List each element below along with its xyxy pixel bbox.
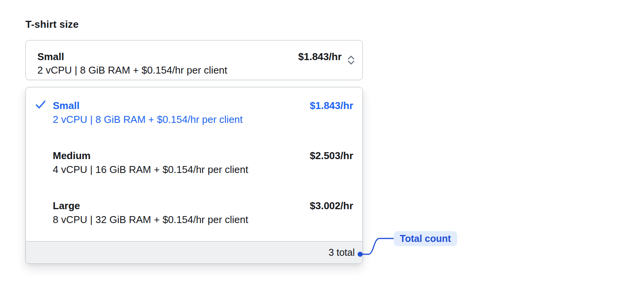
- selected-option-summary: Small 2 vCPU | 8 GiB RAM + $0.154/hr per…: [37, 50, 227, 77]
- check-icon: [35, 100, 46, 109]
- option-description: 4 vCPU | 16 GiB RAM + $0.154/hr per clie…: [53, 163, 353, 176]
- selected-option-description: 2 vCPU | 8 GiB RAM + $0.154/hr per clien…: [37, 64, 227, 77]
- option-name: Small: [53, 99, 79, 112]
- page: T-shirt size Small 2 vCPU | 8 GiB RAM + …: [0, 0, 644, 292]
- dropdown-footer: 3 total: [26, 241, 362, 263]
- option-price: $3.002/hr: [310, 199, 353, 213]
- option-price: $1.843/hr: [310, 99, 353, 112]
- option-price: $2.503/hr: [310, 149, 353, 163]
- annotation-label: Total count: [394, 231, 457, 246]
- option-description: 2 vCPU | 8 GiB RAM + $0.154/hr per clien…: [53, 112, 353, 126]
- option-medium[interactable]: Medium $2.503/hr 4 vCPU | 16 GiB RAM + $…: [26, 138, 362, 188]
- selected-option-name: Small: [37, 50, 227, 64]
- option-large[interactable]: Large $3.002/hr 8 vCPU | 32 GiB RAM + $0…: [26, 188, 362, 238]
- annotation-dot-connector: [356, 228, 395, 259]
- field-label: T-shirt size: [25, 18, 79, 30]
- size-select-trigger[interactable]: Small 2 vCPU | 8 GiB RAM + $0.154/hr per…: [25, 40, 363, 80]
- total-count: 3 total: [329, 247, 355, 258]
- option-list: Small $1.843/hr 2 vCPU | 8 GiB RAM + $0.…: [26, 87, 362, 241]
- option-small[interactable]: Small $1.843/hr 2 vCPU | 8 GiB RAM + $0.…: [26, 87, 362, 138]
- selected-option-price: $1.843/hr: [298, 50, 342, 64]
- chevron-up-down-icon: [347, 55, 355, 65]
- size-select-dropdown: Small $1.843/hr 2 vCPU | 8 GiB RAM + $0.…: [25, 87, 363, 264]
- option-name: Medium: [53, 149, 91, 163]
- option-name: Large: [53, 199, 80, 213]
- option-description: 8 vCPU | 32 GiB RAM + $0.154/hr per clie…: [53, 213, 353, 227]
